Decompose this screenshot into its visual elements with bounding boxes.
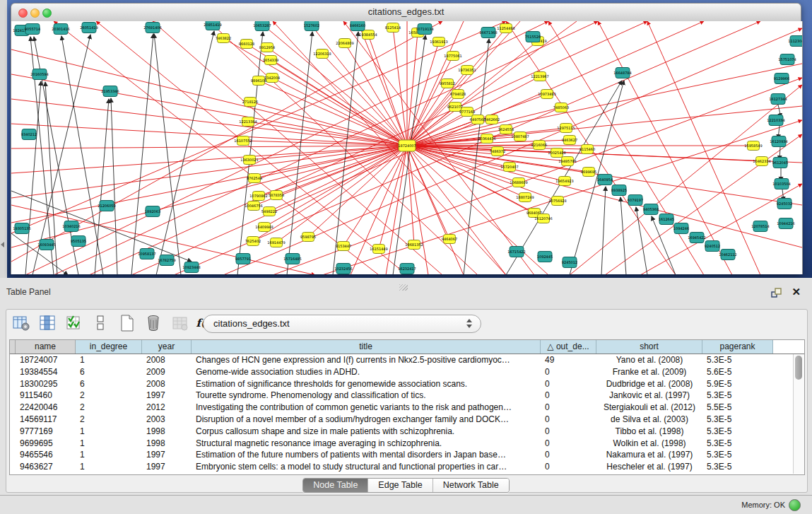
table-cell[interactable]: 0: [541, 414, 596, 426]
table-cell[interactable]: [10, 390, 16, 402]
column-visibility-icon[interactable]: [37, 313, 58, 334]
table-cell[interactable]: 9465546: [16, 449, 76, 461]
citation-graph[interactable]: 7463822866012889129541654339234200498961…: [11, 21, 802, 274]
table-cell[interactable]: [10, 402, 16, 414]
column-header-gutter[interactable]: [10, 340, 16, 354]
table-cell[interactable]: 0: [541, 366, 596, 378]
table-cell[interactable]: 2009: [142, 366, 192, 378]
table-cell[interactable]: Stergiakouli et al. (2012): [596, 402, 702, 414]
table-cell[interactable]: 49: [541, 354, 596, 366]
table-cell[interactable]: 5.5E-5: [702, 402, 773, 414]
table-cell[interactable]: Estimation of the future numbers of pati…: [192, 449, 541, 461]
column-header-in_degree[interactable]: in_degree: [76, 340, 142, 354]
table-cell[interactable]: 6: [76, 366, 142, 378]
table-cell[interactable]: [10, 414, 16, 426]
float-window-icon[interactable]: [771, 288, 782, 298]
tab-node-table[interactable]: Node Table: [303, 479, 368, 492]
table-cell[interactable]: [10, 378, 16, 390]
table-panel-header[interactable]: Table Panel ✕: [0, 281, 812, 300]
table-cell[interactable]: 22420046: [16, 402, 76, 414]
table-cell[interactable]: 18724007: [16, 354, 76, 366]
scrollbar-thumb[interactable]: [795, 356, 802, 380]
table-cell[interactable]: Hescheler et al. (1997): [596, 461, 702, 473]
table-row[interactable]: 977716911998Corpus callosum shape and si…: [10, 426, 804, 438]
panel-collapse-arrow[interactable]: [1, 242, 4, 247]
table-cell[interactable]: Changes of HCN gene expression and I(f) …: [192, 354, 541, 366]
table-cell[interactable]: 1: [76, 438, 142, 450]
table-cell[interactable]: Corpus callosum shape and size in male p…: [192, 426, 541, 438]
table-cell[interactable]: 9115460: [16, 390, 76, 402]
table-cell[interactable]: 2012: [142, 402, 192, 414]
select-all-columns-icon[interactable]: [64, 313, 85, 334]
column-header-title[interactable]: title: [192, 340, 541, 354]
table-cell[interactable]: Genome-wide association studies in ADHD.: [192, 366, 541, 378]
table-cell[interactable]: Franke et al. (2009): [596, 366, 702, 378]
table-cell[interactable]: 2008: [142, 354, 192, 366]
table-cell[interactable]: 1: [76, 354, 142, 366]
table-cell[interactable]: Disruption of a novel member of a sodium…: [192, 414, 541, 426]
table-cell[interactable]: 19384554: [16, 366, 76, 378]
vertical-scrollbar[interactable]: [793, 354, 804, 474]
table-cell[interactable]: 9699695: [16, 438, 76, 450]
table-cell[interactable]: 5.3E-5: [702, 461, 773, 473]
table-cell[interactable]: 0: [541, 449, 596, 461]
table-cell[interactable]: Embryonic stem cells: a model to study s…: [192, 461, 541, 473]
table-cell[interactable]: Nakamura et al. (1997): [596, 449, 702, 461]
table-cell[interactable]: [10, 366, 16, 378]
table-cell[interactable]: 2008: [142, 378, 192, 390]
table-cell[interactable]: [10, 426, 16, 438]
table-cell[interactable]: Jankovic et al. (1997): [596, 390, 702, 402]
tab-edge-table[interactable]: Edge Table: [368, 479, 433, 492]
table-cell[interactable]: 0: [541, 402, 596, 414]
table-cell[interactable]: 1998: [142, 426, 192, 438]
column-header-name[interactable]: name: [16, 340, 76, 354]
memory-status-icon[interactable]: [789, 499, 801, 511]
table-cell[interactable]: 0: [541, 461, 596, 473]
table-cell[interactable]: 1997: [142, 461, 192, 473]
table-cell[interactable]: Dudbridge et al. (2008): [596, 378, 702, 390]
table-cell[interactable]: 1: [76, 449, 142, 461]
table-row[interactable]: 1872400712008Changes of HCN gene express…: [10, 354, 804, 366]
table-cell[interactable]: Wolkin et al. (1998): [596, 438, 702, 450]
table-cell[interactable]: [10, 461, 16, 473]
table-row[interactable]: 969969511998Structural magnetic resonanc…: [10, 438, 804, 450]
table-row[interactable]: 946554611997Estimation of the future num…: [10, 449, 804, 461]
tab-network-table[interactable]: Network Table: [433, 479, 509, 492]
table-cell[interactable]: de Silva et al. (2003): [596, 414, 702, 426]
row-height-icon[interactable]: [90, 313, 111, 334]
table-cell[interactable]: 5.3E-5: [702, 426, 773, 438]
table-cell[interactable]: 2: [76, 390, 142, 402]
table-cell[interactable]: 0: [541, 426, 596, 438]
table-cell[interactable]: Tibbo et al. (1998): [596, 426, 702, 438]
table-row[interactable]: 911546021997Tourette syndrome. Phenomeno…: [10, 390, 804, 402]
table-cell[interactable]: 0: [541, 378, 596, 390]
column-header-short[interactable]: short: [596, 340, 702, 354]
table-cell[interactable]: 5.3E-5: [702, 449, 773, 461]
window-titlebar[interactable]: citations_edges.txt: [11, 3, 801, 22]
table-cell[interactable]: 1: [76, 426, 142, 438]
table-cell[interactable]: 5.9E-5: [702, 378, 773, 390]
divider-grip[interactable]: [399, 284, 408, 291]
import-table-icon[interactable]: [170, 313, 191, 334]
table-row[interactable]: 946362711997Embryonic stem cells: a mode…: [10, 461, 804, 473]
table-cell[interactable]: Yano et al. (2008): [596, 354, 702, 366]
delete-table-icon[interactable]: [143, 313, 164, 334]
new-table-icon[interactable]: [117, 313, 138, 334]
table-cell[interactable]: 14569117: [16, 414, 76, 426]
table-cell[interactable]: [10, 354, 16, 366]
table-cell[interactable]: 5.3E-5: [702, 414, 773, 426]
table-cell[interactable]: 5.6E-5: [702, 366, 773, 378]
table-cell[interactable]: 9777169: [16, 426, 76, 438]
table-cell[interactable]: 1997: [142, 449, 192, 461]
table-selector-dropdown[interactable]: citations_edges.txt: [203, 315, 481, 333]
table-cell[interactable]: 2: [76, 402, 142, 414]
table-row[interactable]: 1456911722003Disruption of a novel membe…: [10, 414, 804, 426]
table-cell[interactable]: 9463627: [16, 461, 76, 473]
table-settings-icon[interactable]: [11, 313, 32, 334]
table-cell[interactable]: 0: [541, 438, 596, 450]
column-header-year[interactable]: year: [142, 340, 192, 354]
table-cell[interactable]: 6: [76, 378, 142, 390]
close-icon[interactable]: ✕: [792, 286, 801, 298]
column-header-pagerank[interactable]: pagerank: [702, 340, 773, 354]
table-cell[interactable]: Investigating the contribution of common…: [192, 402, 541, 414]
